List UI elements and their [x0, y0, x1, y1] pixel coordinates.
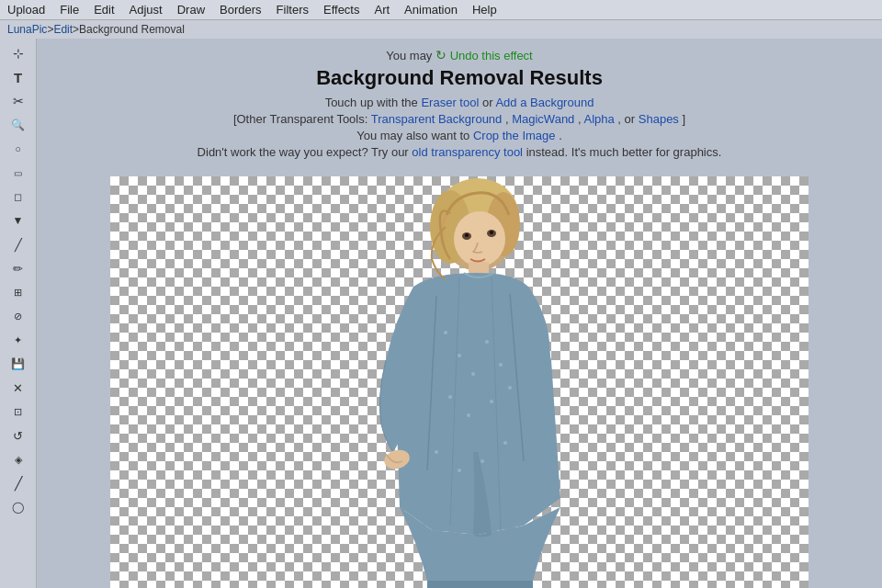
main-content: You may ↻ Undo this effect Background Re…	[37, 39, 882, 588]
menu-upload[interactable]: Upload	[0, 1, 52, 18]
svg-point-23	[490, 231, 493, 234]
tool-crop[interactable]: ⊡	[6, 401, 31, 423]
info4-prefix: Didn't work the way you expect? Try our	[198, 145, 413, 159]
breadcrumb-lunapic[interactable]: LunaPic	[7, 23, 47, 36]
result-image	[266, 176, 652, 588]
menu-adjust[interactable]: Adjust	[122, 1, 170, 18]
tool-eyedropper[interactable]: ╱	[6, 233, 31, 255]
tool-effects[interactable]: ✦	[6, 329, 31, 351]
tool-zoom[interactable]: 🔍	[6, 114, 31, 136]
tool-circle[interactable]: ○	[6, 138, 31, 160]
info2-prefix: [Other Transparent Tools:	[233, 112, 371, 126]
svg-point-17	[458, 469, 461, 472]
breadcrumb-current: Background Removal	[79, 23, 185, 36]
tool-line[interactable]: ╱	[6, 472, 31, 494]
tool-ellipse[interactable]: ◯	[6, 496, 31, 518]
tool-rotate[interactable]: ↺	[6, 424, 31, 447]
svg-point-7	[444, 331, 447, 334]
info-line-4: Didn't work the way you expect? Try our …	[55, 145, 864, 159]
svg-point-19	[503, 441, 507, 445]
svg-point-18	[481, 459, 484, 463]
menu-effects[interactable]: Effects	[316, 1, 368, 18]
breadcrumb-sep1: >	[47, 23, 53, 36]
transparent-bg-link[interactable]: Transparent Background	[371, 112, 503, 126]
tool-wand[interactable]: ◈	[6, 448, 31, 470]
svg-point-14	[490, 400, 493, 403]
svg-point-15	[508, 386, 512, 390]
header-section: You may ↻ Undo this effect Background Re…	[37, 39, 882, 169]
svg-point-12	[448, 395, 452, 399]
undo-prefix: You may	[386, 49, 435, 62]
menu-filters[interactable]: Filters	[269, 1, 316, 18]
tool-clear[interactable]: ⊘	[6, 305, 31, 327]
breadcrumb-edit[interactable]: Edit	[53, 23, 73, 36]
left-toolbar: ⊹ T ✂ 🔍 ○ ▭ ◻ ▼ ╱ ✏ ⊞ ⊘ ✦ 💾 ✕ ⊡ ↺ ◈ ╱ ◯	[0, 39, 37, 588]
tool-layers[interactable]: ⊞	[6, 281, 31, 303]
alpha-link[interactable]: Alpha	[583, 112, 614, 126]
svg-point-8	[458, 354, 461, 357]
menu-help[interactable]: Help	[465, 1, 504, 18]
undo-link[interactable]: Undo this effect	[450, 49, 533, 62]
old-tool-link[interactable]: old transparency tool	[412, 145, 523, 159]
tool-text[interactable]: T	[6, 66, 31, 88]
info4-suffix: instead. It's much better for graphics.	[526, 145, 722, 159]
menu-draw[interactable]: Draw	[170, 1, 212, 18]
magic-wand-link[interactable]: MagicWand	[512, 112, 574, 126]
svg-point-13	[467, 413, 470, 417]
breadcrumb: LunaPic > Edit > Background Removal	[0, 20, 882, 39]
breadcrumb-sep2: >	[73, 23, 79, 36]
tool-pencil[interactable]: ✏	[6, 257, 31, 279]
info-line-1: Touch up with the Eraser tool or Add a B…	[55, 96, 864, 109]
tool-close[interactable]: ✕	[6, 377, 31, 399]
info3-prefix: You may also want to	[356, 129, 473, 142]
svg-point-4	[454, 211, 505, 266]
menu-bar: Upload File Edit Adjust Draw Borders Fil…	[0, 0, 882, 20]
menu-art[interactable]: Art	[367, 1, 397, 18]
menu-edit[interactable]: Edit	[86, 1, 121, 18]
tool-rectangle[interactable]: ▭	[6, 162, 31, 184]
shapes-link[interactable]: Shapes	[639, 112, 679, 126]
info-line-3: You may also want to Crop the Image .	[55, 129, 864, 142]
add-background-link[interactable]: Add a Background	[495, 96, 594, 109]
info2-suffix: ]	[682, 112, 685, 126]
undo-line: You may ↻ Undo this effect	[55, 48, 864, 62]
tool-move[interactable]: ⊹	[6, 42, 31, 64]
svg-point-22	[465, 233, 469, 237]
svg-point-11	[499, 363, 503, 367]
info3-suffix: .	[559, 129, 562, 142]
eraser-tool-link[interactable]: Eraser tool	[421, 96, 479, 109]
menu-file[interactable]: File	[52, 1, 86, 18]
info1-prefix: Touch up with the	[325, 96, 422, 109]
svg-point-9	[471, 372, 475, 376]
undo-arrow-icon: ↻	[435, 48, 447, 62]
tool-save[interactable]: 💾	[6, 353, 31, 375]
svg-point-16	[435, 450, 438, 454]
crop-link[interactable]: Crop the Image	[473, 129, 556, 142]
tool-bucket[interactable]: ▼	[6, 209, 31, 232]
svg-point-10	[485, 340, 489, 344]
image-canvas	[110, 176, 808, 588]
menu-borders[interactable]: Borders	[212, 1, 269, 18]
tool-scissors[interactable]: ✂	[6, 90, 31, 112]
page-title: Background Removal Results	[55, 66, 864, 90]
tool-eraser[interactable]: ◻	[6, 186, 31, 208]
info1-mid: or	[482, 96, 495, 109]
info-line-2: [Other Transparent Tools: Transparent Ba…	[55, 112, 864, 126]
menu-animation[interactable]: Animation	[397, 1, 465, 18]
info2-or: , or	[617, 112, 638, 126]
